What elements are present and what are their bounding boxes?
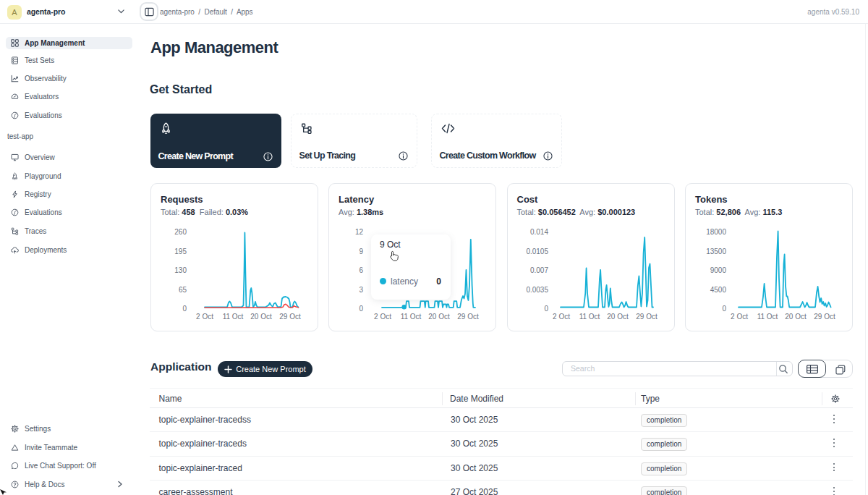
- svg-text:13500: 13500: [706, 248, 726, 255]
- svg-text:195: 195: [174, 248, 187, 255]
- svg-text:0.0035: 0.0035: [526, 286, 548, 294]
- svg-text:20 Oct: 20 Oct: [428, 313, 450, 321]
- svg-text:18000: 18000: [706, 228, 726, 236]
- svg-text:12: 12: [355, 228, 364, 236]
- svg-text:29 Oct: 29 Oct: [279, 313, 301, 321]
- svg-text:65: 65: [179, 286, 187, 294]
- svg-text:2 Oct: 2 Oct: [731, 313, 748, 321]
- svg-text:3: 3: [359, 286, 363, 294]
- svg-text:0.0105: 0.0105: [526, 248, 548, 255]
- svg-text:11 Oct: 11 Oct: [757, 313, 778, 321]
- svg-text:130: 130: [174, 266, 187, 274]
- svg-text:2 Oct: 2 Oct: [553, 313, 570, 321]
- svg-text:11 Oct: 11 Oct: [579, 313, 600, 321]
- svg-text:0: 0: [544, 305, 548, 313]
- svg-text:29 Oct: 29 Oct: [636, 313, 658, 321]
- svg-text:9000: 9000: [710, 266, 727, 274]
- svg-text:6: 6: [359, 266, 363, 274]
- svg-text:29 Oct: 29 Oct: [457, 313, 479, 321]
- svg-text:0: 0: [722, 305, 726, 313]
- svg-text:4500: 4500: [710, 286, 727, 294]
- svg-text:0.014: 0.014: [529, 228, 548, 236]
- svg-text:0: 0: [359, 305, 363, 313]
- svg-text:29 Oct: 29 Oct: [814, 313, 835, 321]
- svg-text:20 Oct: 20 Oct: [785, 313, 807, 321]
- svg-text:0: 0: [182, 305, 187, 313]
- svg-text:260: 260: [174, 228, 187, 236]
- svg-text:2 Oct: 2 Oct: [196, 313, 213, 321]
- svg-text:11 Oct: 11 Oct: [223, 313, 244, 321]
- svg-text:11 Oct: 11 Oct: [401, 313, 422, 321]
- svg-text:2 Oct: 2 Oct: [374, 313, 391, 321]
- svg-text:20 Oct: 20 Oct: [250, 313, 272, 321]
- svg-text:9: 9: [359, 248, 363, 255]
- svg-text:20 Oct: 20 Oct: [607, 313, 629, 321]
- svg-text:0.007: 0.007: [529, 266, 548, 274]
